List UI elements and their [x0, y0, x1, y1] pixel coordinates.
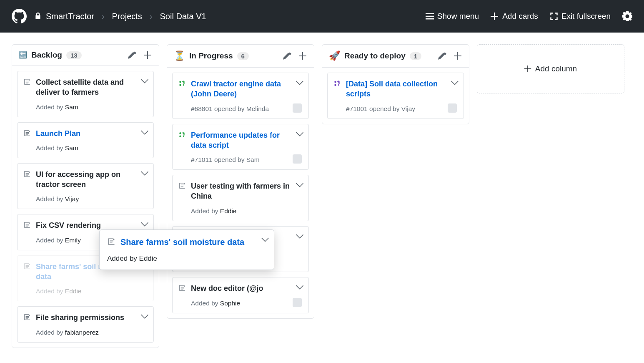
column-body[interactable]: Crawl tractor engine data (John Deere) #… [167, 68, 314, 318]
assignee-avatar[interactable] [293, 103, 302, 113]
note-icon [178, 284, 186, 293]
project-card[interactable]: Performance updates for data script #710… [172, 124, 309, 170]
card-title: File sharing permissions [36, 313, 134, 323]
card-title: Collect satellite data and deliver to fa… [36, 77, 147, 98]
card-menu-button[interactable] [296, 232, 303, 242]
card-meta: Added by Eddie [178, 207, 302, 215]
column-count-badge: 13 [66, 51, 82, 59]
add-cards-button[interactable]: Add cards [491, 12, 538, 21]
add-card-button[interactable] [454, 52, 462, 60]
card-title[interactable]: Crawl tractor engine data (John Deere) [191, 79, 302, 99]
column-emoji-icon: ⏳ [174, 50, 185, 61]
plus-icon [524, 65, 532, 73]
open-pull-request-icon [178, 80, 186, 99]
card-menu-button[interactable] [296, 283, 303, 292]
note-icon [23, 129, 31, 139]
card-menu-button[interactable] [296, 181, 303, 190]
note-icon [23, 170, 31, 190]
note-icon [178, 182, 186, 202]
note-icon [23, 221, 31, 230]
note-icon [107, 237, 115, 248]
note-icon [23, 262, 31, 282]
card-menu-button[interactable] [296, 130, 303, 139]
card-menu-button[interactable] [261, 236, 269, 245]
card-menu-button[interactable] [141, 129, 148, 138]
card-title: New doc editor (@jo [191, 283, 273, 293]
column-count-badge: 6 [237, 52, 249, 60]
card-title: Share farms' soil moisture data [120, 237, 256, 248]
dragging-card[interactable]: Share farms' soil moisture data Added by… [99, 229, 274, 270]
card-meta: Added by fabianperez [23, 329, 147, 336]
fullscreen-icon [550, 12, 558, 20]
card-meta: Added by Sophie [178, 300, 302, 307]
column-body[interactable]: Collect satellite data and deliver to fa… [12, 66, 159, 348]
board-column: ⏳ In Progress 6 Crawl tractor engine dat… [167, 44, 314, 319]
chevron-right-icon: › [102, 12, 105, 21]
card-title[interactable]: [Data] Soil data collection scripts [346, 79, 457, 99]
card-meta: #68801 opened by Melinda [178, 105, 302, 113]
card-meta: #71011 opened by Sam [178, 156, 302, 164]
note-icon [23, 78, 31, 98]
project-card[interactable]: Launch Plan Added by Sam [17, 122, 154, 158]
card-menu-button[interactable] [141, 169, 148, 179]
card-title: Fix CSV rendering [36, 220, 111, 230]
add-card-button[interactable] [144, 51, 152, 59]
project-card[interactable]: UI for accessing app on tractor screen A… [17, 163, 154, 209]
card-title[interactable]: Launch Plan [36, 129, 90, 139]
column-title: In Progress [189, 51, 233, 60]
add-card-button[interactable] [299, 52, 307, 60]
breadcrumb-project[interactable]: Soil Data V1 [160, 12, 206, 21]
assignee-avatar[interactable] [293, 154, 302, 164]
menu-icon [426, 12, 434, 20]
card-title: UI for accessing app on tractor screen [36, 169, 147, 190]
project-card[interactable]: New doc editor (@jo Added by Sophie [172, 277, 309, 313]
board-column: 🚀 Ready to deploy 1 [Data] Soil data col… [322, 44, 469, 124]
project-card[interactable]: [Data] Soil data collection scripts #710… [327, 73, 464, 119]
assignee-avatar[interactable] [448, 103, 457, 113]
card-menu-button[interactable] [296, 79, 303, 88]
top-nav: SmartTractor › Projects › Soil Data V1 S… [0, 0, 644, 33]
column-emoji-icon: 🚀 [329, 50, 340, 61]
assignee-avatar[interactable] [293, 298, 302, 307]
exit-fullscreen-button[interactable]: Exit fullscreen [550, 12, 611, 21]
column-title: Backlog [31, 50, 62, 60]
edit-column-button[interactable] [438, 52, 446, 60]
project-card[interactable]: Crawl tractor engine data (John Deere) #… [172, 73, 309, 119]
card-meta: Added by Sam [23, 144, 147, 152]
card-meta: Added by Vijay [23, 195, 147, 203]
github-logo-icon[interactable] [12, 9, 27, 24]
show-menu-button[interactable]: Show menu [426, 12, 479, 21]
project-card[interactable]: File sharing permissions Added by fabian… [17, 306, 154, 342]
column-header: ⏳ In Progress 6 [167, 45, 314, 68]
project-card[interactable]: User testing with farmers in China Added… [172, 175, 309, 221]
back-emoji-icon: 🔙 [19, 52, 27, 58]
card-title[interactable]: Performance updates for data script [191, 130, 302, 151]
breadcrumb-org[interactable]: SmartTractor [46, 12, 94, 21]
column-title: Ready to deploy [344, 51, 406, 60]
card-meta: Added by Eddie [107, 255, 266, 263]
plus-icon [491, 12, 499, 20]
breadcrumb: SmartTractor › Projects › Soil Data V1 [34, 12, 206, 21]
card-menu-button[interactable] [141, 313, 148, 322]
merged-pull-request-icon [333, 80, 341, 99]
edit-column-button[interactable] [128, 51, 136, 59]
project-card[interactable]: Collect satellite data and deliver to fa… [17, 71, 154, 117]
card-title: User testing with farmers in China [191, 181, 302, 202]
edit-column-button[interactable] [283, 52, 291, 60]
card-menu-button[interactable] [141, 220, 148, 229]
column-body[interactable]: [Data] Soil data collection scripts #710… [322, 68, 469, 124]
lock-icon [34, 12, 42, 21]
project-board: 🔙 Backlog 13 Collect satellite data and … [0, 33, 644, 363]
column-header: 🚀 Ready to deploy 1 [322, 45, 469, 68]
column-count-badge: 1 [410, 52, 421, 60]
breadcrumb-projects[interactable]: Projects [112, 12, 142, 21]
chevron-right-icon: › [150, 12, 153, 21]
note-icon [23, 313, 31, 323]
settings-button[interactable] [622, 11, 632, 21]
card-meta: Added by Sam [23, 103, 147, 111]
add-column-button[interactable]: Add column [477, 44, 624, 93]
card-meta: Added by Eddie [23, 287, 147, 295]
card-menu-button[interactable] [451, 79, 459, 88]
card-menu-button[interactable] [141, 77, 148, 86]
board-column: 🔙 Backlog 13 Collect satellite data and … [12, 44, 159, 348]
